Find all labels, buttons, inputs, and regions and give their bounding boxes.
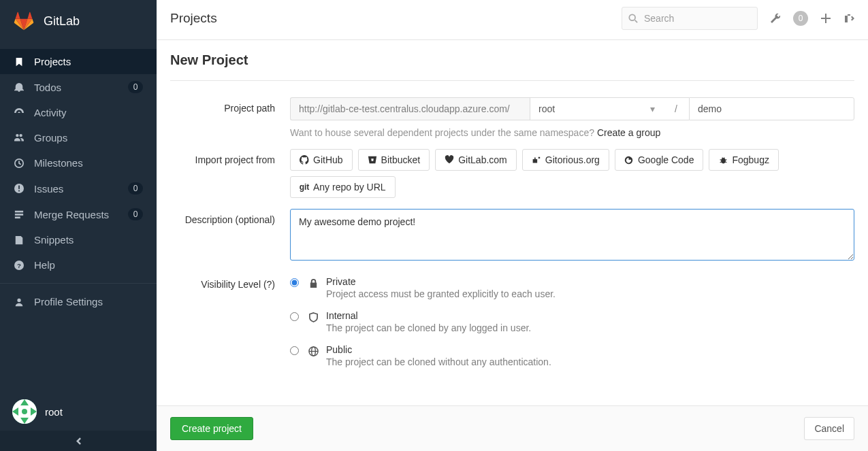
svg-rect-6	[15, 217, 20, 219]
search-input[interactable]	[622, 7, 758, 30]
import-btn-label: Gitorious.org	[545, 154, 600, 165]
visibility-desc: The project can be cloned by any logged …	[326, 322, 531, 333]
description-textarea[interactable]	[290, 209, 854, 261]
sidebar-item-label: Activity	[34, 107, 143, 118]
visibility-name: Internal	[326, 310, 531, 321]
logout-icon[interactable]	[843, 13, 854, 24]
sidebar-item-groups[interactable]: Groups	[0, 125, 157, 150]
import-gitorious-button[interactable]: Gitorious.org	[522, 149, 609, 171]
sidebar-collapse-button[interactable]	[0, 431, 157, 451]
visibility-label-text: Visibility Level (?)	[201, 279, 275, 290]
sidebar-item-label: Issues	[34, 183, 128, 195]
sidebar-divider	[0, 283, 157, 284]
visibility-option-public[interactable]: Public The project can be cloned without…	[290, 341, 854, 375]
brand-name: GitLab	[44, 14, 80, 29]
sidebar-item-snippets[interactable]: Snippets	[0, 227, 157, 252]
sidebar-item-label: Help	[34, 259, 143, 271]
plus-icon[interactable]	[820, 13, 831, 24]
create-project-button[interactable]: Create project	[170, 417, 253, 440]
google-icon	[624, 155, 634, 165]
visibility-radio-private[interactable]	[290, 278, 299, 287]
svg-line-22	[725, 161, 726, 162]
import-github-button[interactable]: GitHub	[290, 149, 353, 171]
visibility-name: Public	[326, 344, 551, 355]
sidebar-item-activity[interactable]: Activity	[0, 100, 157, 125]
main: Projects 0 New Project Project path	[157, 0, 868, 451]
sidebar-item-milestones[interactable]: Milestones	[0, 150, 157, 176]
path-separator: /	[663, 97, 689, 120]
sidebar-item-merge-requests[interactable]: Merge Requests 0	[0, 201, 157, 227]
globe-icon	[307, 345, 319, 357]
users-icon	[14, 133, 25, 144]
sidebar-item-label: Todos	[34, 82, 128, 93]
import-gitlabcom-button[interactable]: GitLab.com	[435, 149, 517, 171]
username: root	[45, 406, 63, 418]
admin-wrench-icon[interactable]	[770, 13, 781, 24]
namespace-hint: Want to house several dependent projects…	[290, 127, 854, 138]
github-icon	[300, 155, 309, 165]
help-icon: ?	[14, 260, 25, 271]
sidebar-item-label: Merge Requests	[34, 209, 128, 220]
import-btn-label: Fogbugz	[732, 154, 769, 165]
sidebar: GitLab Projects Todos 0 Activity Groups …	[0, 0, 157, 451]
visibility-option-internal[interactable]: Internal The project can be cloned by an…	[290, 307, 854, 341]
cancel-button[interactable]: Cancel	[804, 417, 854, 440]
hint-text: Want to house several dependent projects…	[290, 127, 597, 138]
sidebar-item-projects[interactable]: Projects	[0, 49, 157, 74]
import-googlecode-button[interactable]: Google Code	[615, 149, 704, 171]
sidebar-user[interactable]: root	[0, 392, 157, 431]
todos-badge[interactable]: 0	[793, 11, 808, 26]
visibility-radio-public[interactable]	[290, 346, 299, 355]
project-path-base	[290, 97, 530, 120]
svg-line-17	[635, 20, 638, 23]
import-fogbugz-button[interactable]: Fogbugz	[709, 149, 778, 171]
import-btn-label: Any repo by URL	[313, 182, 386, 193]
svg-rect-4	[15, 211, 23, 213]
svg-point-15	[22, 409, 27, 414]
import-btn-label: Bitbucket	[381, 154, 421, 165]
visibility-option-private[interactable]: Private Project access must be granted e…	[290, 273, 854, 307]
sidebar-item-label: Profile Settings	[34, 296, 143, 307]
topbar-actions: 0	[770, 11, 854, 26]
svg-line-24	[724, 157, 724, 158]
import-btn-label: GitLab.com	[458, 154, 507, 165]
sidebar-item-help[interactable]: ? Help	[0, 252, 157, 278]
sidebar-item-todos[interactable]: Todos 0	[0, 74, 157, 100]
svg-text:?: ?	[17, 261, 21, 269]
form-footer: Create project Cancel	[157, 405, 868, 451]
git-icon: git	[300, 182, 309, 192]
project-path-group: root ▾ /	[290, 97, 854, 120]
sidebar-item-label: Projects	[34, 56, 143, 67]
snippet-icon	[14, 235, 25, 246]
svg-rect-2	[18, 186, 20, 189]
sidebar-item-issues[interactable]: Issues 0	[0, 176, 157, 201]
label-visibility: Visibility Level (?)	[170, 273, 290, 375]
content: New Project Project path root ▾ /	[157, 40, 868, 405]
bug-icon	[718, 155, 728, 165]
lock-icon	[307, 277, 319, 289]
row-project-path: Project path root ▾ /	[170, 93, 854, 145]
gitlab-logo-icon	[12, 10, 35, 33]
import-anyrepo-button[interactable]: gitAny repo by URL	[290, 176, 396, 198]
label-import: Import project from	[170, 149, 290, 198]
svg-point-16	[629, 14, 635, 20]
svg-line-21	[720, 161, 722, 162]
namespace-select[interactable]: root ▾	[530, 97, 663, 120]
visibility-name: Private	[326, 276, 556, 287]
bookmark-icon	[14, 56, 25, 67]
new-project-form: Project path root ▾ /	[170, 81, 854, 382]
create-group-link[interactable]: Create a group	[597, 127, 660, 138]
import-bitbucket-button[interactable]: Bitbucket	[358, 149, 430, 171]
visibility-desc: Project access must be granted explicitl…	[326, 288, 556, 299]
chevron-down-icon: ▾	[650, 103, 655, 114]
svg-point-9	[17, 298, 20, 301]
visibility-radio-internal[interactable]	[290, 312, 299, 321]
sidebar-item-profile-settings[interactable]: Profile Settings	[0, 289, 157, 314]
chevron-left-icon	[76, 437, 81, 445]
row-import: Import project from GitHub Bitbucket Git…	[170, 145, 854, 205]
visibility-desc: The project can be cloned without any au…	[326, 356, 551, 367]
gitorious-icon	[532, 155, 541, 165]
project-name-input[interactable]	[689, 97, 854, 120]
avatar	[12, 399, 37, 424]
user-icon	[14, 297, 25, 307]
